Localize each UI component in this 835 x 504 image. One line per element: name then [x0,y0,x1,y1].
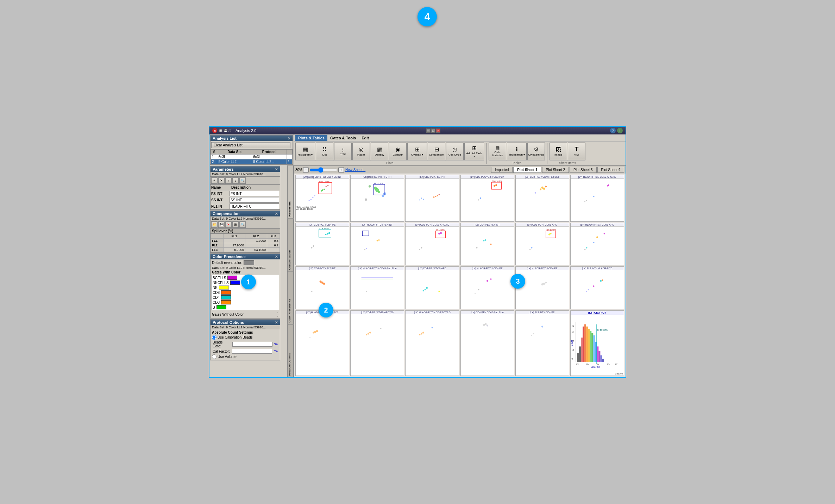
parameters-tab[interactable]: Parameters [287,165,294,219]
cal-factor-input[interactable] [232,349,272,354]
sort-down-icon[interactable]: ↓ [277,314,278,317]
tab-imported[interactable]: Imported [491,167,513,173]
comp-copy-btn[interactable]: ⊞ [232,221,239,228]
close-button[interactable]: ✕ [436,128,440,133]
params-up-btn[interactable]: ↑ [225,177,232,184]
plot-ly-hladr-cd4-2[interactable]: [LY] HLADR-FITC / CD4-PE [515,266,569,309]
menu-edit[interactable]: Edit [359,135,372,141]
help-button[interactable]: ? [610,128,616,133]
spill-fl3-fl3[interactable] [267,248,280,252]
gate-cd4-color[interactable] [221,295,231,300]
comp-delete-btn[interactable]: ✕ [225,221,232,228]
zoom-out-button[interactable]: − [303,167,309,173]
gate-nkcells-color[interactable] [230,281,240,285]
comp-save-btn[interactable]: 💾 [218,221,225,228]
image-button[interactable]: 🖼 Image [550,143,567,160]
proto-close[interactable]: ✕ [275,321,278,325]
spill-fl1-fl1[interactable] [224,239,245,243]
spill-fl3-fl1[interactable]: 0.7000 [224,248,245,252]
plot-ly-hladr-cdpecys[interactable]: [LY] HLADR-FITC / CD-PECYS.5 [405,310,459,376]
tab-plot-sheet-4[interactable]: Plot Sheet 4 [597,167,624,173]
plot-ungated-ss-fs[interactable]: [Ungated] SS INT / FS INT MO: 1,709 [350,175,404,222]
table-row[interactable]: 2 9 Color LL2... 9 Color LL2... * [211,159,293,164]
cyto-settings-button[interactable]: ⚙ CytoSettings [527,143,545,160]
comp-open-btn[interactable]: 📂 [211,221,218,228]
gate-statistics-button[interactable]: ▦ Gate Statistics [489,143,506,160]
histogram-button[interactable]: ▦ Histogram ▾ [295,143,315,160]
clear-analysis-button[interactable]: Clear Analysis List [211,142,290,148]
params-add-btn[interactable]: + [211,177,218,184]
spill-fl2-fl3[interactable]: 6.2 [267,243,280,248]
comparison-button[interactable]: ⊟ Comparison [428,143,445,160]
cell-cycle-button[interactable]: ◷ Cell Cycle [446,143,464,160]
plot-ly-cd4-fl7[interactable]: [LY] CD4-PE / FL7 INT [460,223,514,266]
tab-plot-sheet-2[interactable]: Plot Sheet 2 [542,167,569,173]
color-prec-close[interactable]: ✕ [275,255,278,259]
table-row[interactable]: 1 6c3l 6c3l [211,155,293,159]
plot-ly-hladr-cd3-2[interactable]: [LY] HLADR-FITC / CD3-PC7 [295,310,349,376]
radar-button[interactable]: ◎ Radar [352,143,370,160]
tab-plot-sheet-1[interactable]: Plot Sheet 1 [513,167,541,173]
gate-bcells-color[interactable] [227,276,237,280]
plot-ly-cd3-histogram[interactable]: [LY] CD3-PC7 40 30 20 10 0 CD3-PC7 [570,310,624,376]
density-button[interactable]: ▨ Density [371,143,388,160]
params-down-btn[interactable]: ↓ [232,177,239,184]
tree-button[interactable]: ⋮ Tree [334,143,352,160]
tab-plot-sheet-3[interactable]: Plot Sheet 3 [570,167,596,173]
maximize-button[interactable]: □ [431,128,435,133]
dot-button[interactable]: ⠿ Dot [316,143,333,160]
gate-nk-color[interactable] [219,285,229,290]
spill-fl2-fl1[interactable]: 17.9000 [224,243,245,248]
color-precedence-tab[interactable]: Color Precedence [287,271,294,325]
add-all-plots-button[interactable]: ⊞ Add All Plots ▾ [464,143,484,160]
plot-ly-fl3-hladr[interactable]: [LY] FL3 INT / HLADR-FITC [570,266,624,309]
plot-ly-cd3-cd56[interactable]: [LY] CD3-PC7 / CD56-APC NK: 19.68% [515,223,569,266]
params-search-btn[interactable]: 🔍 [239,177,246,184]
plot-ly-cd8-cd3[interactable]: [LY] CD8-PECYS.5 / CD3-PC7 CD8: 10.25% [460,175,514,222]
analysis-list-close[interactable]: ✕ [288,137,290,140]
beads-gate-input[interactable] [232,342,272,347]
plot-ly-cd3-cd19[interactable]: [LY] CD3-PC7 / CD19-APC750 D: 12.97% [405,223,459,266]
plot-ly-cd4-cd56[interactable]: [LY] CD4-PE / CD56-APC [405,266,459,309]
new-sheet-link[interactable]: New Sheet... [345,168,365,172]
use-volume-radio[interactable] [212,354,216,359]
zoom-in-button[interactable]: + [338,167,344,173]
default-event-swatch[interactable] [244,260,254,265]
plot-ly-hladr-fl7[interactable]: [LY] HLADR-FITC / FL7 INT [350,223,404,266]
spill-fl2-fl2[interactable] [245,243,267,248]
overlay-button[interactable]: ⊞ Overlay ▾ [407,143,427,160]
plot-ly-cd3-fl7[interactable]: [LY] CD3-PC7 / FL7 INT [295,266,349,309]
cal-beads-radio[interactable] [212,335,216,340]
plot-ly-cd4-cd45[interactable]: [LY] CD4-PE / CD45-Pac Blue [460,310,514,376]
cal-factor-select-link[interactable]: Ce [274,349,278,353]
plot-ly-cd3-cd4[interactable]: [LY] CD3-PC7 / CD4-PE CD4: 42.9% [295,223,349,266]
sort-up-icon[interactable]: ↑ [277,311,278,314]
param-fl1-input[interactable] [230,203,279,209]
plot-ly-hladr-cd56[interactable]: [LY] HLADR-FITC / CD56-APC [570,223,624,266]
menu-gates-tools[interactable]: Gates & Tools [327,135,359,141]
menu-plots-tables[interactable]: Plots & Tables [295,135,327,141]
text-button[interactable]: T Text [568,143,585,160]
comp-close[interactable]: ✕ [275,212,278,216]
minimize-button[interactable]: ─ [426,128,431,133]
spill-fl1-fl2[interactable]: 1.7000 [245,239,267,243]
gate-b-color[interactable] [216,305,226,309]
protocol-options-tab[interactable]: Protocol Options [287,325,294,378]
plot-ly-hladr-cd19[interactable]: [LY] HLADR-FITC / CD19-APC750 [570,175,624,222]
gate-cd8-color[interactable] [221,290,231,295]
contour-button[interactable]: ◉ Contour [389,143,407,160]
param-fs-int-input[interactable] [230,191,279,196]
spill-fl3-fl2[interactable]: 64.1000 [245,248,267,252]
information-button[interactable]: ℹ Information ▾ [507,143,527,160]
plot-ungated-cd45-ss[interactable]: [Ungated] CD45-Pac Blue / SS INT [295,175,349,222]
info-button[interactable]: i [617,128,623,133]
plot-ly-cd3-cd45[interactable]: [LY] CD3-PC7 / CD45-Pac Blue [515,175,569,222]
param-ss-int-input[interactable] [230,197,279,203]
zoom-slider[interactable] [309,167,338,173]
plot-ly-hladr-cd45[interactable]: [LY] HLADR-FITC / CD45-Pac Blue [350,266,404,309]
plot-ly-hladr-cd4[interactable]: [LY] HLADR-FITC / CD4-PE [460,266,514,309]
beads-gate-select-link[interactable]: Se [274,342,278,346]
plot-ly-cd4-cd19[interactable]: [LY] CD4-PE / CD19-APC750 [350,310,404,376]
spill-fl1-fl3[interactable]: 0.8 [267,239,280,243]
gate-cd3-color[interactable] [221,300,231,304]
